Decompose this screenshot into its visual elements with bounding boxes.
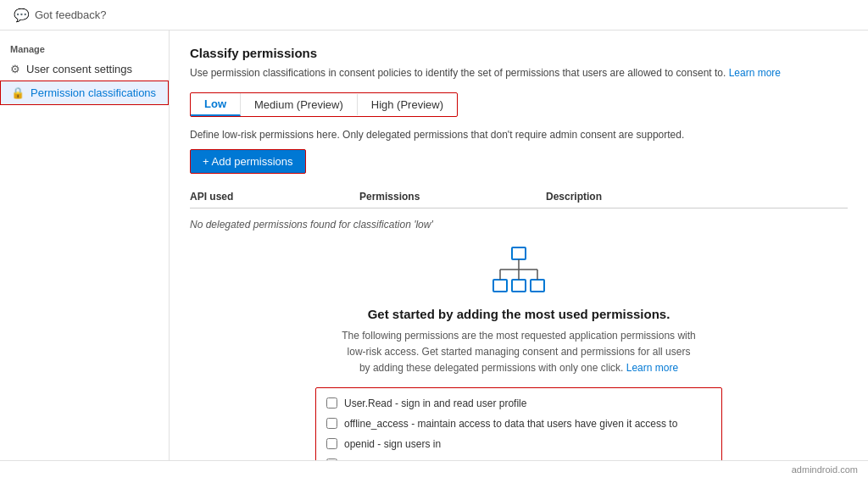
page-title: Classify permissions: [190, 46, 848, 60]
sidebar-item-permission-classifications[interactable]: 🔒 Permission classifications: [0, 81, 169, 105]
lock-icon: 🔒: [11, 86, 25, 99]
empty-state-title: Get started by adding the most used perm…: [368, 307, 670, 321]
svg-rect-1: [493, 280, 507, 292]
empty-state-desc: The following permissions are the most r…: [341, 328, 697, 377]
section-description: Use permission classifications in consen…: [190, 65, 848, 81]
classification-tabs: Low Medium (Preview) High (Preview): [190, 92, 458, 117]
gear-icon: ⚙: [10, 63, 20, 75]
sidebar-item-label: Permission classifications: [31, 86, 156, 99]
define-text: Define low-risk permissions here. Only d…: [190, 129, 848, 141]
list-item: offline_access - maintain access to data…: [326, 414, 711, 434]
tab-medium[interactable]: Medium (Preview): [241, 94, 358, 115]
permission-label: openid - sign users in: [344, 438, 441, 450]
svg-rect-2: [531, 280, 544, 292]
sidebar-item-user-consent-settings[interactable]: ⚙ User consent settings: [0, 58, 169, 81]
sidebar-item-label: User consent settings: [26, 63, 132, 75]
learn-more-link-empty[interactable]: Learn more: [626, 362, 678, 374]
list-item: openid - sign users in: [326, 434, 711, 454]
top-bar: 💬 Got feedback?: [0, 0, 868, 31]
hierarchy-icon: [489, 246, 548, 297]
sidebar-section-title: Manage: [0, 39, 169, 58]
tab-high[interactable]: High (Preview): [358, 94, 457, 115]
permissions-list: User.Read - sign in and read user profil…: [315, 387, 722, 460]
feedback-icon: 💬: [14, 8, 30, 23]
add-permissions-button[interactable]: + Add permissions: [190, 149, 306, 174]
list-item: User.Read - sign in and read user profil…: [326, 393, 711, 414]
tab-low[interactable]: Low: [191, 93, 241, 116]
permission-label: offline_access - maintain access to data…: [344, 418, 677, 430]
learn-more-link-top[interactable]: Learn more: [729, 67, 781, 79]
table-header: API used Permissions Description: [190, 186, 848, 208]
list-item: profile - view user's basic profile: [326, 454, 711, 460]
no-permissions-text: No delegated permissions found for class…: [190, 212, 848, 237]
col-permissions: Permissions: [359, 191, 546, 203]
permission-checkbox-user-read[interactable]: [326, 397, 337, 409]
permission-label: User.Read - sign in and read user profil…: [344, 397, 526, 409]
main-layout: Manage ⚙ User consent settings 🔒 Permiss…: [0, 31, 868, 460]
permission-checkbox-openid[interactable]: [326, 438, 337, 449]
content-area: Classify permissions Use permission clas…: [170, 31, 868, 460]
col-api-used: API used: [190, 191, 359, 203]
svg-rect-3: [512, 280, 526, 292]
empty-state: Get started by adding the most used perm…: [190, 246, 848, 460]
feedback-label: Got feedback?: [35, 8, 107, 21]
svg-rect-0: [512, 247, 526, 259]
sidebar: Manage ⚙ User consent settings 🔒 Permiss…: [0, 31, 170, 460]
col-description: Description: [546, 191, 848, 203]
footer-watermark: admindroid.com: [0, 460, 868, 478]
permission-checkbox-offline-access[interactable]: [326, 418, 337, 429]
